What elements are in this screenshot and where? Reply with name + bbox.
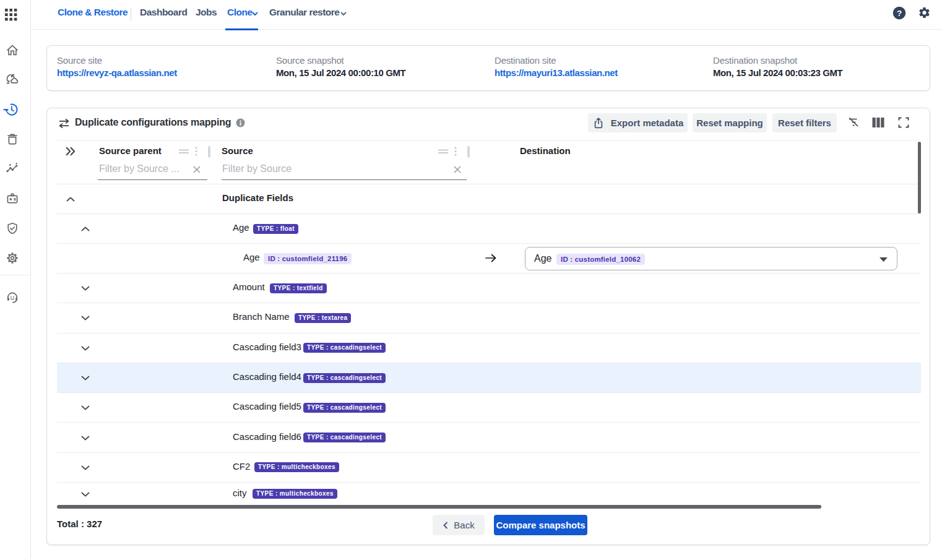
svg-text:?: ? — [897, 9, 902, 18]
